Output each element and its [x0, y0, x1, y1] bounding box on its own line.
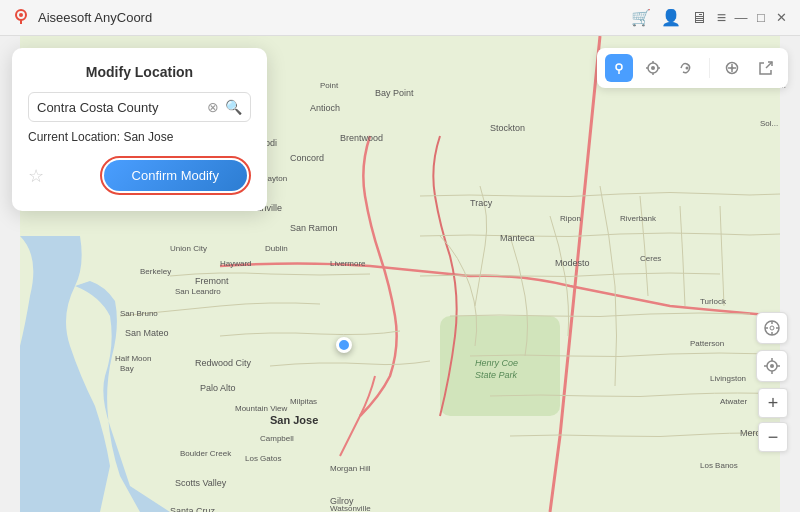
svg-text:Livingston: Livingston [710, 374, 746, 383]
svg-line-69 [766, 62, 772, 68]
svg-text:Half Moon: Half Moon [115, 354, 151, 363]
current-location-info: Current Location: San Jose [28, 130, 251, 144]
svg-point-56 [616, 64, 622, 70]
svg-text:Point: Point [320, 81, 339, 90]
confirm-button-wrapper: Confirm Modify [100, 156, 251, 195]
svg-text:Union City: Union City [170, 244, 207, 253]
svg-text:San Bruno: San Bruno [120, 309, 158, 318]
svg-text:Tracy: Tracy [470, 198, 493, 208]
svg-text:San Ramon: San Ramon [290, 223, 338, 233]
svg-text:Sol...: Sol... [760, 119, 778, 128]
svg-text:Patterson: Patterson [690, 339, 724, 348]
svg-text:Watsonville: Watsonville [330, 504, 371, 512]
svg-text:Concord: Concord [290, 153, 324, 163]
titlebar: Aiseesoft AnyCoord 🛒 👤 🖥 ≡ — □ ✕ [0, 0, 800, 36]
svg-text:Bay: Bay [120, 364, 134, 373]
titlebar-action-icons: 🛒 👤 🖥 ≡ [631, 8, 726, 27]
confirm-modify-button[interactable]: Confirm Modify [104, 160, 247, 191]
svg-text:Bay Point: Bay Point [375, 88, 414, 98]
current-location-label: Current Location: [28, 130, 120, 144]
export-button[interactable] [752, 54, 780, 82]
svg-text:Turlock: Turlock [700, 297, 727, 306]
svg-text:Mountain View: Mountain View [235, 404, 288, 413]
zoom-out-button[interactable]: − [758, 422, 788, 452]
location-pin [336, 337, 352, 353]
monitor-icon[interactable]: 🖥 [691, 9, 707, 27]
teleport-mode-button[interactable] [605, 54, 633, 82]
toolbar-divider [709, 58, 710, 78]
svg-text:San Jose: San Jose [270, 414, 318, 426]
svg-text:Manteca: Manteca [500, 233, 535, 243]
svg-point-71 [770, 326, 774, 330]
app-title: Aiseesoft AnyCoord [38, 10, 631, 25]
search-action-icons: ⊗ 🔍 [207, 99, 242, 115]
window-controls: — □ ✕ [734, 11, 788, 25]
modify-location-panel: Modify Location ⊗ 🔍 Current Location: Sa… [12, 48, 267, 211]
svg-text:State Park: State Park [475, 370, 518, 380]
current-location-value: San Jose [123, 130, 173, 144]
map-container: Henry Coe State Park [0, 36, 800, 512]
svg-text:Santa Cruz: Santa Cruz [170, 506, 216, 512]
location-search-input[interactable] [37, 100, 207, 115]
search-icon[interactable]: 🔍 [225, 99, 242, 115]
svg-point-77 [770, 364, 774, 368]
svg-text:Stockton: Stockton [490, 123, 525, 133]
route-one-button[interactable] [639, 54, 667, 82]
svg-point-1 [19, 13, 23, 17]
svg-text:Ceres: Ceres [640, 254, 661, 263]
svg-text:Henry Coe: Henry Coe [475, 358, 518, 368]
svg-text:Fremont: Fremont [195, 276, 229, 286]
svg-text:Scotts Valley: Scotts Valley [175, 478, 227, 488]
svg-text:Los Banos: Los Banos [700, 461, 738, 470]
joystick-button[interactable] [718, 54, 746, 82]
zoom-in-button[interactable]: + [758, 388, 788, 418]
close-control[interactable]: ✕ [774, 11, 788, 25]
svg-text:Los Gatos: Los Gatos [245, 454, 281, 463]
svg-text:San Leandro: San Leandro [175, 287, 221, 296]
svg-text:Brentwood: Brentwood [340, 133, 383, 143]
user-icon[interactable]: 👤 [661, 8, 681, 27]
svg-text:Ripon: Ripon [560, 214, 581, 223]
svg-text:Morgan Hill: Morgan Hill [330, 464, 371, 473]
svg-text:Dublin: Dublin [265, 244, 288, 253]
map-toolbar [597, 48, 788, 88]
side-controls [756, 312, 788, 382]
svg-text:Riverbank: Riverbank [620, 214, 657, 223]
svg-text:Boulder Creek: Boulder Creek [180, 449, 232, 458]
svg-text:Modesto: Modesto [555, 258, 590, 268]
zoom-controls: + − [758, 388, 788, 452]
locate-button[interactable] [756, 350, 788, 382]
panel-actions: ☆ Confirm Modify [28, 156, 251, 195]
svg-text:San Mateo: San Mateo [125, 328, 169, 338]
route-two-button[interactable] [673, 54, 701, 82]
search-box: ⊗ 🔍 [28, 92, 251, 122]
cart-icon[interactable]: 🛒 [631, 8, 651, 27]
svg-text:Milpitas: Milpitas [290, 397, 317, 406]
svg-point-59 [651, 66, 655, 70]
svg-text:Redwood City: Redwood City [195, 358, 252, 368]
compass-button[interactable] [756, 312, 788, 344]
maximize-control[interactable]: □ [754, 11, 768, 25]
app-logo [12, 7, 30, 29]
svg-text:Berkeley: Berkeley [140, 267, 171, 276]
svg-text:Antioch: Antioch [310, 103, 340, 113]
svg-text:Livermore: Livermore [330, 259, 366, 268]
svg-text:Hayward: Hayward [220, 259, 252, 268]
panel-title: Modify Location [28, 64, 251, 80]
svg-text:Palo Alto: Palo Alto [200, 383, 236, 393]
menu-icon[interactable]: ≡ [717, 9, 726, 27]
svg-point-68 [731, 67, 734, 70]
svg-point-64 [686, 67, 689, 70]
favorite-star-icon[interactable]: ☆ [28, 165, 44, 187]
minimize-control[interactable]: — [734, 11, 748, 25]
clear-search-icon[interactable]: ⊗ [207, 99, 219, 115]
svg-text:Atwater: Atwater [720, 397, 747, 406]
svg-text:Campbell: Campbell [260, 434, 294, 443]
